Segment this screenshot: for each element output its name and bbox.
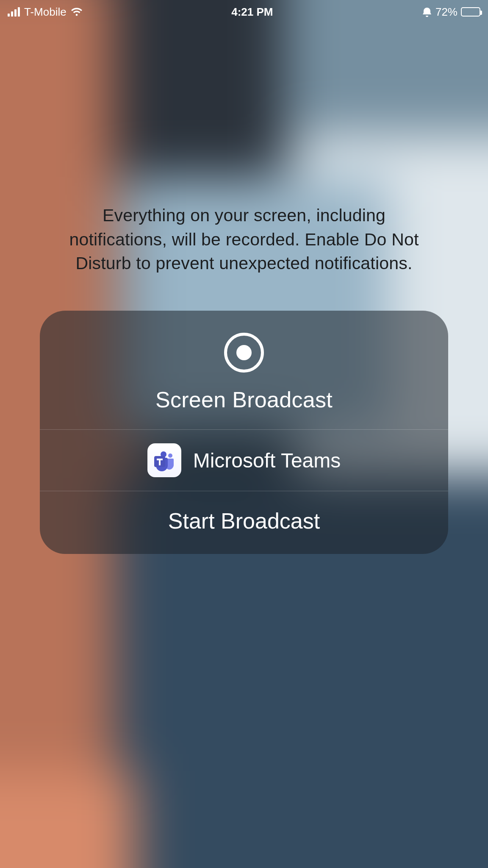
- broadcast-app-option[interactable]: Microsoft Teams: [40, 430, 448, 491]
- alarm-icon: [422, 7, 432, 17]
- svg-point-1: [168, 453, 172, 458]
- wifi-icon: [71, 7, 83, 17]
- cellular-signal-icon: [8, 7, 20, 17]
- battery-icon: [461, 7, 480, 17]
- card-title: Screen Broadcast: [155, 387, 333, 412]
- clock: 4:21 PM: [231, 6, 273, 19]
- start-broadcast-button[interactable]: Start Broadcast: [40, 491, 448, 554]
- status-bar: T-Mobile 4:21 PM 72%: [0, 0, 488, 24]
- carrier-label: T-Mobile: [24, 6, 67, 19]
- start-broadcast-label: Start Broadcast: [168, 508, 320, 534]
- status-right: 72%: [422, 6, 480, 19]
- battery-percent-label: 72%: [435, 6, 458, 19]
- record-icon: [224, 333, 264, 373]
- broadcast-warning-text: Everything on your screen, including not…: [0, 203, 488, 275]
- status-left: T-Mobile: [8, 6, 83, 19]
- broadcast-picker-card: Screen Broadcast Microsoft Teams Start B…: [40, 311, 448, 554]
- card-header: Screen Broadcast: [40, 311, 448, 429]
- app-name-label: Microsoft Teams: [193, 449, 341, 472]
- microsoft-teams-icon: [147, 443, 181, 477]
